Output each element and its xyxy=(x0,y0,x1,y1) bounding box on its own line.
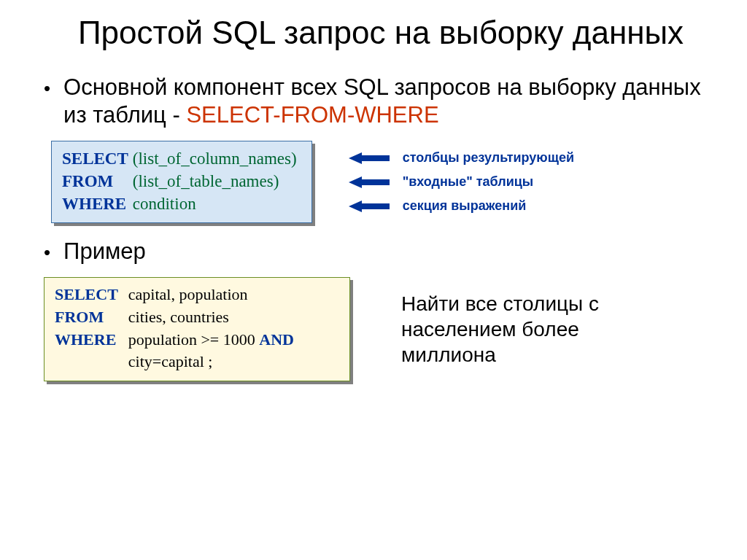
arrow-2: "входные" таблицы xyxy=(349,174,574,190)
example-box: SELECT capital, population FROM cities, … xyxy=(44,277,350,381)
ex-arg-where-2: city=capital ; xyxy=(128,351,304,373)
ex-kw-from: FROM xyxy=(55,306,128,329)
arg-where: condition xyxy=(133,192,301,215)
bullet-1: • Основной компонент всех SQL запросов н… xyxy=(44,74,718,131)
arg-from: (list_of_table_names) xyxy=(133,170,301,192)
arrow-left-icon xyxy=(349,200,390,213)
ex-kw-where: WHERE xyxy=(55,329,128,351)
ex-kw-and: AND xyxy=(259,330,294,349)
svg-marker-1 xyxy=(349,176,390,188)
arrow-left-icon xyxy=(349,152,390,165)
example-row: SELECT capital, population FROM cities, … xyxy=(44,277,718,381)
bullet-1-red: SELECT-FROM-WHERE xyxy=(186,102,438,128)
ex-arg-where-1: population >= 1000 xyxy=(128,330,259,349)
bullet-2-text: Пример xyxy=(63,238,718,266)
arrow-left-icon xyxy=(349,176,390,189)
svg-marker-0 xyxy=(349,152,390,164)
kw-from: FROM xyxy=(62,170,133,192)
ex-arg-from: cities, countries xyxy=(128,306,304,329)
arrow-1-label: столбцы результирующей xyxy=(403,150,574,166)
arrow-labels: столбцы результирующей "входные" таблицы… xyxy=(349,150,574,214)
arrow-3-label: секция выражений xyxy=(403,198,527,214)
arrow-2-label: "входные" таблицы xyxy=(403,174,534,190)
svg-marker-2 xyxy=(349,201,390,212)
kw-where: WHERE xyxy=(62,192,133,215)
slide-title: Простой SQL запрос на выборку данных xyxy=(44,15,718,52)
kw-select: SELECT xyxy=(62,147,133,170)
ex-kw-select: SELECT xyxy=(55,284,128,306)
syntax-box: SELECT (list_of_column_names) FROM (list… xyxy=(51,141,312,223)
bullet-2: • Пример xyxy=(44,238,718,266)
ex-arg-select: capital, population xyxy=(128,284,304,306)
syntax-row: SELECT (list_of_column_names) FROM (list… xyxy=(51,141,718,223)
arrow-3: секция выражений xyxy=(349,198,574,214)
arrow-1: столбцы результирующей xyxy=(349,150,574,166)
arg-select: (list_of_column_names) xyxy=(133,147,301,170)
bullet-dot-icon: • xyxy=(44,77,50,101)
example-description: Найти все столицы с населением более мил… xyxy=(401,291,664,368)
bullet-dot-icon: • xyxy=(44,241,50,265)
